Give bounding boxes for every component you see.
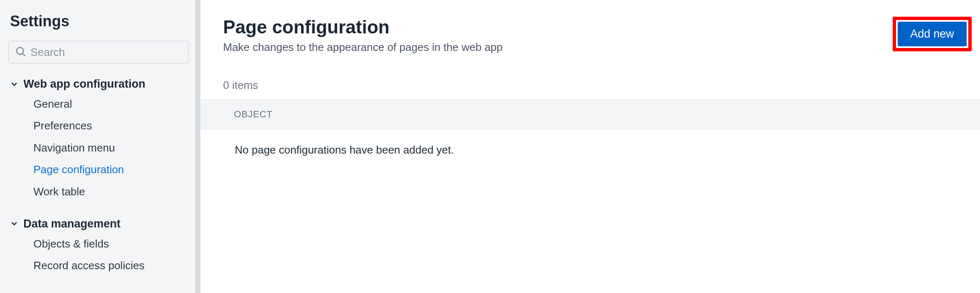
- empty-state-message: No page configurations have been added y…: [223, 129, 972, 157]
- search-field[interactable]: [8, 41, 189, 63]
- nav-group-webapp: Web app configuration General Preference…: [8, 75, 192, 202]
- page-subtitle: Make changes to the appearance of pages …: [223, 41, 503, 54]
- nav-group-header-webapp[interactable]: Web app configuration: [8, 75, 192, 93]
- table-header-object: OBJECT: [201, 99, 980, 129]
- nav-group-header-data[interactable]: Data management: [8, 215, 192, 233]
- chevron-down-icon: [9, 220, 19, 228]
- add-new-highlight: Add new: [893, 17, 972, 51]
- chevron-down-icon: [9, 80, 19, 88]
- sidebar-title: Settings: [8, 13, 192, 30]
- sidebar-item-page-configuration[interactable]: Page configuration: [8, 159, 192, 180]
- sidebar-item-general[interactable]: General: [8, 93, 192, 115]
- nav-group-label: Data management: [23, 217, 121, 230]
- add-new-button[interactable]: Add new: [898, 22, 967, 46]
- page-title: Page configuration: [223, 17, 503, 38]
- nav-group-label: Web app configuration: [23, 78, 145, 91]
- sidebar-scrollbar[interactable]: [195, 0, 200, 293]
- item-count: 0 items: [223, 79, 972, 92]
- sidebar-item-objects-fields[interactable]: Objects & fields: [8, 233, 192, 255]
- sidebar-item-preferences[interactable]: Preferences: [8, 115, 192, 136]
- sidebar-item-navigation-menu[interactable]: Navigation menu: [8, 137, 192, 159]
- search-input[interactable]: [30, 46, 183, 59]
- settings-sidebar: Settings Web app configuration General P…: [0, 0, 201, 293]
- search-icon: [15, 45, 26, 59]
- sidebar-item-record-access-policies[interactable]: Record access policies: [8, 255, 192, 276]
- sidebar-item-work-table[interactable]: Work table: [8, 181, 192, 202]
- nav-group-data: Data management Objects & fields Record …: [8, 215, 192, 277]
- main-content: Page configuration Make changes to the a…: [201, 0, 980, 293]
- page-header: Page configuration Make changes to the a…: [223, 17, 972, 54]
- svg-line-1: [23, 53, 25, 56]
